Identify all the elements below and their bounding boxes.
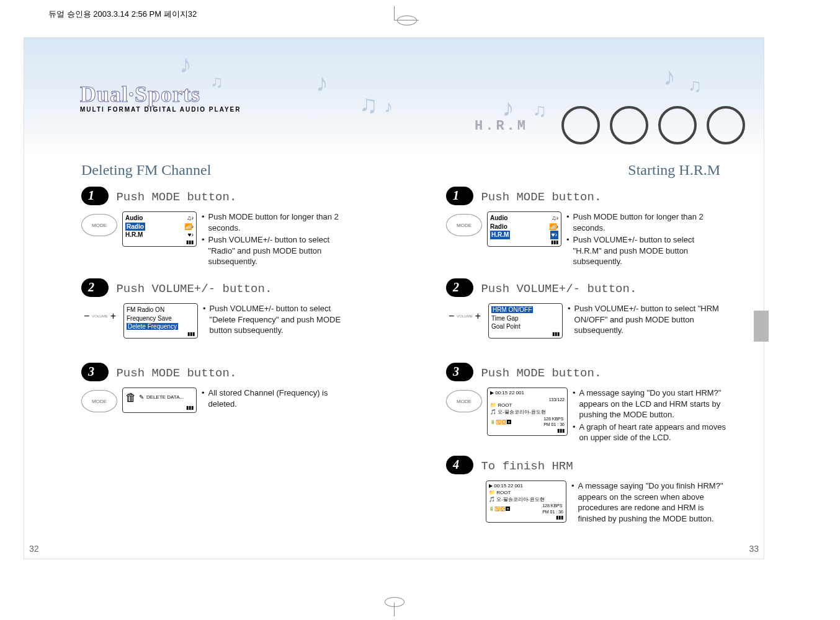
bullet-text: A graph of heart rate appears and moves … <box>579 422 728 443</box>
step-badge-3: 3 <box>446 363 473 381</box>
file-icon: 🎵 <box>489 497 495 502</box>
lcd-top-line: ▶ 00:15 22 001 <box>490 390 565 397</box>
music-note-icon: ♫ <box>359 91 378 118</box>
lcd-root: ROOT <box>498 402 512 408</box>
lcd-line-selected: H.R.M <box>490 231 510 239</box>
mode-button-icon: MODE <box>446 390 482 412</box>
side-tab <box>754 311 769 342</box>
music-note-icon: ♪ <box>663 63 676 91</box>
bullet-text: All stored Channel (Frequency) is delete… <box>208 388 357 409</box>
step-bullets: Push VOLUME+/- button to select "Delete … <box>203 303 358 337</box>
right-step-3: 3 Push MODE button. MODE ▶ 00:15 22 001 … <box>446 363 756 445</box>
battery-icon: ▮▮▮ <box>491 331 560 338</box>
folder-icon: 📁 <box>490 402 496 408</box>
bullet-text: A message saying "Do you start HRM?" app… <box>579 388 728 420</box>
radio-icon: 📶› <box>184 223 194 231</box>
music-note-icon: ♪ <box>179 50 192 78</box>
step-badge-3: 3 <box>81 363 109 381</box>
lcd-screen: FM Radio ON Frequency Save Delete Freque… <box>123 303 198 339</box>
lcd-line-selected: Radio <box>125 223 145 231</box>
mode-button-icon: MODE <box>81 214 117 236</box>
left-step-3: 3 Push MODE button. MODE 🗑 ✎ DELETE DATA… <box>81 363 391 413</box>
lcd-line: Audio <box>125 214 143 223</box>
crop-mark-top <box>369 6 419 31</box>
banner: ♪ ♫ ♪ ♫ ♪ ♪ ♫ ♪ ♫ Dual·Sports MULTI FORM… <box>24 38 764 156</box>
volume-button-icon: −VOLUME+ <box>446 306 483 327</box>
page-number-left: 32 <box>29 544 39 554</box>
step-bullets: All stored Channel (Frequency) is delete… <box>202 388 357 410</box>
bullet-text: Push VOLUME+/- button to select "H.R.M" … <box>573 234 722 267</box>
step-heading: Push MODE button. <box>481 190 601 204</box>
battery-icon: ▮▮▮ <box>127 331 195 338</box>
mode-button-icon: MODE <box>81 390 117 412</box>
left-step-2: 2 Push VOLUME+/- button. −VOLUME+ FM Rad… <box>81 278 391 339</box>
left-section-title: Deleting FM Channel <box>81 162 211 179</box>
bullet-text: Push MODE button for longer than 2 secon… <box>208 211 357 233</box>
folder-icon: 📁 <box>489 490 495 495</box>
right-step-2: 2 Push VOLUME+/- button. −VOLUME+ HRM ON… <box>446 278 756 339</box>
battery-icon: ▮▮▮ <box>489 515 563 521</box>
right-section-title: Starting H.R.M <box>628 162 720 179</box>
step-badge-1: 1 <box>81 187 109 205</box>
lcd-track: 오-필승코리아-윤도현 <box>498 409 545 415</box>
step-badge-2: 2 <box>446 278 473 297</box>
logo-title: Dual·Sports <box>80 81 241 107</box>
lcd-root: ROOT <box>496 490 511 495</box>
page-number-right: 33 <box>749 544 759 554</box>
circle-icon <box>561 106 600 144</box>
lcd-screen: Audio♫› Radio📶› H.R.M♥› ▮▮▮ <box>122 211 197 247</box>
right-step-4: 4 To finish HRM ▶ 00:15 22 001 📁 ROOT 🎵 … <box>446 456 756 525</box>
circle-icon <box>610 106 648 144</box>
heart-icon: ♥› <box>188 231 194 239</box>
lcd-kbps: 128 KBPS <box>543 417 563 421</box>
bullet-text: Push VOLUME+/- button to select "Delete … <box>210 303 358 336</box>
step-badge-4: 4 <box>446 456 473 474</box>
music-icon: ♫› <box>187 214 194 223</box>
step-heading: Push VOLUME+/- button. <box>481 282 637 296</box>
product-logo: Dual·Sports MULTI FORMAT DIGITAL AUDIO P… <box>80 81 241 113</box>
bullet-text: Push VOLUME+/- button to select "Radio" … <box>208 234 357 267</box>
bullet-text: A message saying "Do you finish HRM?" ap… <box>578 480 726 524</box>
lcd-line: Time Gap <box>491 314 560 323</box>
battery-icon: ▮▮▮ <box>490 428 565 435</box>
status-icons: 🔋🔁🔀🅰 <box>490 419 511 425</box>
step-bullets: A message saying "Do you finish HRM?" ap… <box>571 480 726 525</box>
radio-icon: 📶› <box>549 223 558 231</box>
left-step-1: 1 Push MODE button. MODE Audio♫› Radio📶›… <box>81 187 391 268</box>
lcd-screen: Audio♫› Radio📶› H.R.M♥› ▮▮▮ <box>487 211 561 247</box>
lcd-time: PM 01 : 36 <box>543 422 565 427</box>
lcd-time: PM 01 : 36 <box>542 510 563 514</box>
lcd-screen: ▶ 00:15 22 001 133/122 📁 ROOT 🎵 오-필승코리아-… <box>487 388 568 436</box>
lcd-ratio: 133/122 <box>490 397 565 402</box>
mode-button-icon: MODE <box>446 214 482 236</box>
music-note-icon: ♫ <box>688 75 702 96</box>
music-note-icon: ♫ <box>533 100 547 121</box>
status-icons: 🔋🔁🔀🅰 <box>489 506 510 512</box>
circle-icon <box>707 106 745 144</box>
step-bullets: Push VOLUME+/- button to select "HRM ON/… <box>568 303 723 337</box>
heart-icon: ♥› <box>550 231 558 239</box>
banner-circles <box>561 106 745 144</box>
lcd-text: DELETE DATA... <box>146 395 184 401</box>
step-badge-1: 1 <box>446 187 473 205</box>
bullet-text: Push MODE button for longer than 2 secon… <box>573 211 722 233</box>
step-heading: Push VOLUME+/- button. <box>116 282 272 296</box>
lcd-screen: ▶ 00:15 22 001 📁 ROOT 🎵 오-필승코리아-윤도현 🔋🔁🔀🅰… <box>486 480 566 523</box>
page-spread: ♪ ♫ ♪ ♫ ♪ ♪ ♫ ♪ ♫ Dual·Sports MULTI FORM… <box>24 37 764 559</box>
lcd-top-line: ▶ 00:15 22 001 <box>489 483 563 490</box>
print-header: 듀얼 승인용 2003.3.14 2:56 PM 페이지32 <box>48 9 197 20</box>
pencil-icon: ✎ <box>139 393 144 402</box>
lcd-screen: HRM ON/OFF Time Gap Goal Point ▮▮▮ <box>488 303 563 339</box>
music-note-icon: ♪ <box>502 94 514 122</box>
step-bullets: Push MODE button for longer than 2 secon… <box>566 211 722 268</box>
right-step-1: 1 Push MODE button. MODE Audio♫› Radio📶›… <box>446 187 756 268</box>
lcd-line: Audio <box>490 214 507 223</box>
file-icon: 🎵 <box>490 409 496 415</box>
lcd-line: H.R.M <box>125 231 143 239</box>
hrm-label: H.R.M <box>475 118 528 134</box>
lcd-track: 오-필승코리아-윤도현 <box>496 497 544 502</box>
lcd-line: Frequency Save <box>127 314 195 323</box>
logo-subtitle: MULTI FORMAT DIGITAL AUDIO PLAYER <box>80 106 241 113</box>
lcd-screen: 🗑 ✎ DELETE DATA... ▮▮▮ <box>122 388 197 413</box>
lcd-line: Goal Point <box>491 322 560 331</box>
